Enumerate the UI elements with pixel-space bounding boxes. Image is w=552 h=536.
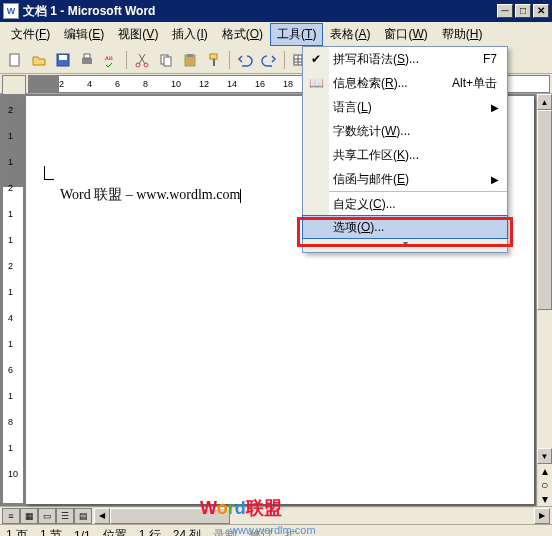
menu-item-label: 选项(O)... (333, 219, 384, 236)
menu-a[interactable]: 表格(A) (323, 23, 377, 46)
status-column: 24 列 (173, 527, 202, 536)
expand-menu-chevron[interactable]: ▾ (303, 238, 507, 252)
menu-item-S[interactable]: ✔拼写和语法(S)...F7 (303, 47, 507, 71)
window-title: 文档 1 - Microsoft Word (23, 3, 497, 20)
spell-button[interactable]: ᴬᴮ (100, 49, 122, 71)
svg-rect-11 (187, 54, 193, 57)
tools-dropdown: ✔拼写和语法(S)...F7📖信息检索(R)...Alt+单击语言(L)▶字数统… (302, 46, 508, 253)
menu-item-K[interactable]: 共享工作区(K)... (303, 143, 507, 167)
menu-shortcut: F7 (483, 52, 497, 66)
menu-item-label: 信息检索(R)... (333, 75, 408, 92)
menu-i[interactable]: 插入(I) (165, 23, 214, 46)
svg-rect-3 (82, 58, 92, 64)
abc-check-icon: ✔ (307, 52, 325, 66)
browse-object-button[interactable]: ○ (537, 478, 552, 492)
horizontal-scrollbar[interactable]: ◀ ▶ (94, 508, 550, 524)
scroll-left-button[interactable]: ◀ (94, 508, 110, 524)
undo-button[interactable] (234, 49, 256, 71)
menu-w[interactable]: 窗口(W) (377, 23, 434, 46)
text-cursor (240, 189, 241, 203)
svg-rect-2 (59, 55, 67, 60)
menu-shortcut: Alt+单击 (452, 75, 497, 92)
menu-item-W[interactable]: 字数统计(W)... (303, 119, 507, 143)
menu-item-E[interactable]: 信函与邮件(E)▶ (303, 167, 507, 191)
save-button[interactable] (52, 49, 74, 71)
menu-item-label: 信函与邮件(E) (333, 171, 409, 188)
status-page: 1 页 (6, 527, 28, 536)
print-button[interactable] (76, 49, 98, 71)
menu-item-label: 拼写和语法(S)... (333, 51, 419, 68)
watermark-url: www.wordlm.com (230, 524, 316, 536)
status-line: 1 行 (139, 527, 161, 536)
hscroll-row: ≡ ▦ ▭ ☰ ▤ ◀ ▶ (0, 506, 552, 524)
outline-view-button[interactable]: ☰ (56, 508, 74, 524)
cut-button[interactable] (131, 49, 153, 71)
status-section: 1 节 (40, 527, 62, 536)
maximize-button[interactable]: □ (515, 4, 531, 18)
vertical-scrollbar[interactable]: ▲ ▼ ▴ ○ ▾ (536, 94, 552, 506)
copy-button[interactable] (155, 49, 177, 71)
books-icon: 📖 (307, 76, 325, 90)
status-position: 位置 (103, 527, 127, 536)
scroll-down-button[interactable]: ▼ (537, 448, 552, 464)
menu-f[interactable]: 文件(F) (4, 23, 57, 46)
app-icon: W (3, 3, 19, 19)
scroll-right-button[interactable]: ▶ (534, 508, 550, 524)
menu-item-label: 自定义(C)... (333, 196, 396, 213)
svg-rect-4 (84, 54, 90, 58)
svg-point-7 (144, 63, 148, 67)
format-painter-button[interactable] (203, 49, 225, 71)
submenu-arrow-icon: ▶ (491, 102, 499, 113)
status-pages: 1/1 (74, 529, 91, 537)
menu-v[interactable]: 视图(V) (111, 23, 165, 46)
print-view-button[interactable]: ▭ (38, 508, 56, 524)
menu-h[interactable]: 帮助(H) (435, 23, 490, 46)
prev-page-button[interactable]: ▴ (537, 464, 552, 478)
svg-rect-13 (213, 59, 215, 66)
menubar: 文件(F)编辑(E)视图(V)插入(I)格式(O)工具(T)表格(A)窗口(W)… (0, 22, 552, 46)
web-view-button[interactable]: ▦ (20, 508, 38, 524)
menu-o[interactable]: 格式(O) (215, 23, 270, 46)
vertical-ruler[interactable]: 2112112141618110 (2, 96, 24, 504)
scroll-thumb[interactable] (537, 110, 552, 310)
menu-item-label: 语言(L) (333, 99, 372, 116)
menu-item-label: 共享工作区(K)... (333, 147, 419, 164)
menu-item-label: 字数统计(W)... (333, 123, 410, 140)
new-doc-button[interactable] (4, 49, 26, 71)
svg-rect-0 (10, 54, 19, 66)
normal-view-button[interactable]: ≡ (2, 508, 20, 524)
reading-view-button[interactable]: ▤ (74, 508, 92, 524)
svg-point-6 (136, 63, 140, 67)
menu-e[interactable]: 编辑(E) (57, 23, 111, 46)
document-text[interactable]: Word 联盟 – www.wordlm.com (60, 187, 240, 202)
menu-item-O[interactable]: 选项(O)... (302, 215, 508, 239)
menu-t[interactable]: 工具(T) (270, 23, 323, 46)
menu-item-R[interactable]: 📖信息检索(R)...Alt+单击 (303, 71, 507, 95)
ruler-corner (2, 75, 26, 95)
paste-button[interactable] (179, 49, 201, 71)
submenu-arrow-icon: ▶ (491, 174, 499, 185)
titlebar: W 文档 1 - Microsoft Word ─ □ ✕ (0, 0, 552, 22)
hscroll-thumb[interactable] (110, 508, 230, 524)
scroll-up-button[interactable]: ▲ (537, 94, 552, 110)
scroll-track[interactable] (537, 110, 552, 448)
svg-rect-9 (164, 57, 171, 66)
margin-mark (44, 166, 54, 180)
redo-button[interactable] (258, 49, 280, 71)
close-button[interactable]: ✕ (533, 4, 549, 18)
minimize-button[interactable]: ─ (497, 4, 513, 18)
open-button[interactable] (28, 49, 50, 71)
next-page-button[interactable]: ▾ (537, 492, 552, 506)
menu-item-C[interactable]: 自定义(C)... (303, 192, 507, 216)
menu-item-L[interactable]: 语言(L)▶ (303, 95, 507, 119)
svg-rect-12 (210, 54, 217, 59)
